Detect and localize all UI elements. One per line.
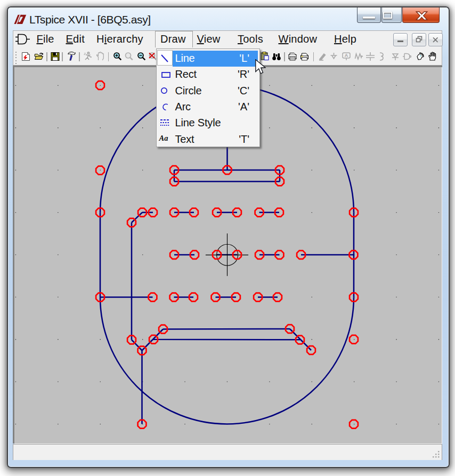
svg-text:A: A [345, 53, 348, 58]
